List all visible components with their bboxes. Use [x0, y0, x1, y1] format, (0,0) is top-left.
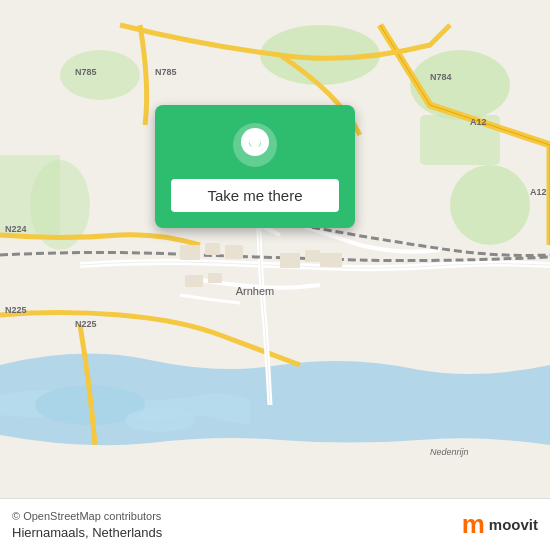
svg-point-9 [125, 408, 195, 432]
svg-rect-10 [180, 245, 200, 260]
svg-point-3 [450, 165, 530, 245]
moovit-logo: m moovit [462, 509, 538, 540]
svg-text:A12: A12 [530, 187, 547, 197]
svg-text:N785: N785 [75, 67, 97, 77]
svg-rect-13 [280, 253, 300, 268]
svg-text:N225: N225 [75, 319, 97, 329]
svg-text:N224: N224 [5, 224, 27, 234]
take-me-there-button[interactable]: Take me there [171, 179, 339, 212]
popup-card: Take me there [155, 105, 355, 228]
map-container: N784 N785 A12 A12 N224 N225 N225 N785 Ar… [0, 0, 550, 550]
moovit-wordmark: moovit [489, 516, 538, 533]
svg-rect-17 [208, 273, 222, 283]
moovit-m-letter: m [462, 509, 485, 540]
svg-text:N785: N785 [155, 67, 177, 77]
svg-text:Arnhem: Arnhem [236, 285, 275, 297]
map-svg: N784 N785 A12 A12 N224 N225 N225 N785 Ar… [0, 0, 550, 550]
svg-rect-12 [225, 245, 243, 259]
svg-text:N784: N784 [430, 72, 452, 82]
svg-point-5 [60, 50, 140, 100]
svg-rect-15 [320, 253, 342, 267]
svg-text:N225: N225 [5, 305, 27, 315]
svg-text:Nedenrijn: Nedenrijn [430, 447, 469, 457]
location-name: Hiernamaals, Netherlands [12, 525, 162, 540]
svg-rect-14 [305, 250, 320, 262]
svg-point-2 [410, 50, 510, 120]
svg-rect-16 [185, 275, 203, 287]
osm-attribution: © OpenStreetMap contributors [12, 510, 162, 522]
svg-rect-7 [0, 155, 60, 235]
svg-rect-11 [205, 243, 220, 255]
svg-text:A12: A12 [470, 117, 487, 127]
bottom-bar: © OpenStreetMap contributors Hiernamaals… [0, 498, 550, 550]
location-pin-icon [231, 121, 279, 169]
